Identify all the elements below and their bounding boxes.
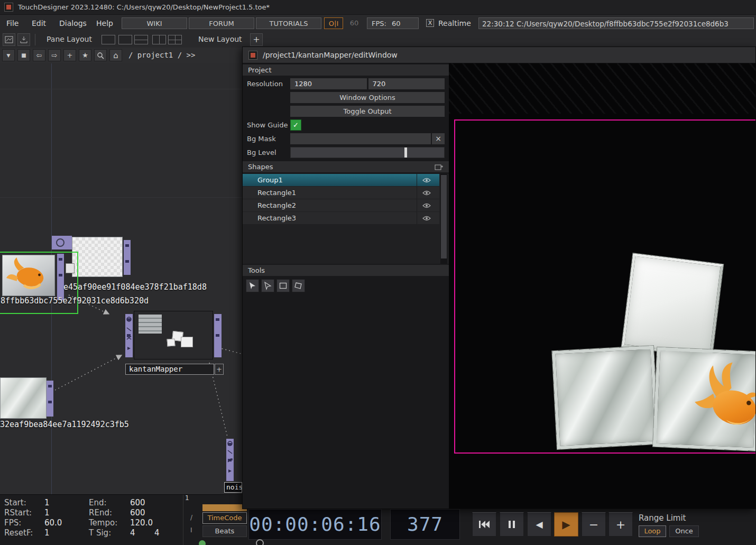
scrollbar-thumb[interactable] xyxy=(441,175,447,258)
mapped-shape-goldfish[interactable] xyxy=(653,347,755,451)
node-name-field[interactable]: kantanMapper xyxy=(125,364,214,375)
tsig-value[interactable]: 4 xyxy=(130,528,135,538)
wiki-button[interactable]: WIKI xyxy=(122,17,187,29)
search-icon[interactable] xyxy=(94,49,107,61)
decrement-frame-button[interactable]: − xyxy=(582,512,606,537)
frame-display[interactable]: 377 xyxy=(390,509,460,540)
tool-rectangle-icon[interactable] xyxy=(276,279,290,292)
resolution-height-field[interactable]: 720 xyxy=(368,78,445,89)
node-noise[interactable]: nois xyxy=(224,438,242,494)
node-connector-rail[interactable] xyxy=(124,240,131,275)
resetf-value[interactable]: 1 xyxy=(44,528,50,538)
range-bar[interactable] xyxy=(202,504,247,511)
toggle-output-button[interactable]: Toggle Output xyxy=(290,106,445,117)
visibility-toggle[interactable] xyxy=(417,199,436,211)
menu-dialogs[interactable]: Dialogs xyxy=(59,17,87,29)
viewer-icon[interactable] xyxy=(3,33,15,46)
shape-row-rectangle2[interactable]: Rectangle2 xyxy=(243,199,439,211)
shape-name: Group1 xyxy=(257,176,283,184)
step-back-button[interactable]: ◀ xyxy=(527,512,551,537)
autosave-path-field[interactable]: 22:30:12 C:/Users/qyw20/Desktop/f8ffbb63… xyxy=(478,17,754,29)
tool-freeform-icon[interactable] xyxy=(292,279,305,292)
shape-row-rectangle3[interactable]: Rectangle3 xyxy=(243,212,439,224)
shape-list-scrollbar[interactable] xyxy=(440,174,447,264)
forum-button[interactable]: FORUM xyxy=(189,17,254,29)
stop-icon[interactable]: ■ xyxy=(17,49,30,61)
increment-frame-button[interactable]: + xyxy=(609,512,633,537)
tempo-value[interactable]: 120.0 xyxy=(130,518,153,528)
visibility-toggle[interactable] xyxy=(417,212,436,224)
tsig-beat-value[interactable]: 4 xyxy=(154,528,160,538)
menu-edit[interactable]: Edit xyxy=(32,17,46,29)
shape-row-rectangle1[interactable]: Rectangle1 xyxy=(243,187,439,199)
rend-value[interactable]: 600 xyxy=(130,508,145,518)
add-shape-icon[interactable] xyxy=(435,163,444,171)
node-label: f8ffbb63dbc755e2f92031ce8d6b320d xyxy=(0,296,149,306)
window-options-button[interactable]: Window Options xyxy=(290,92,445,103)
visibility-toggle[interactable] xyxy=(417,187,436,199)
menu-file[interactable]: File xyxy=(6,17,19,29)
shape-row-group1[interactable]: Group1 xyxy=(243,174,439,186)
edit-window-titlebar[interactable]: /project1/kantanMapper/editWindow xyxy=(243,47,755,63)
node-name-expand-button[interactable]: + xyxy=(215,364,224,375)
bg-mask-row: Bg Mask × xyxy=(247,133,445,144)
mapped-shape-left[interactable] xyxy=(552,346,658,449)
bg-level-label: Bg Level xyxy=(247,149,290,156)
timecode-display[interactable]: 00:00:06:16 xyxy=(248,509,382,540)
node-connector-rail[interactable] xyxy=(57,254,64,300)
node-connector-rail[interactable] xyxy=(226,439,234,481)
slider-handle[interactable] xyxy=(404,147,407,158)
once-button[interactable]: Once xyxy=(669,525,699,537)
realtime-toggle[interactable]: X xyxy=(426,19,434,27)
pause-button[interactable] xyxy=(500,512,524,537)
add-layout-button[interactable]: + xyxy=(250,33,263,46)
pane-preset-vsplit[interactable] xyxy=(152,35,166,44)
node-connector-rail[interactable] xyxy=(214,314,222,357)
resolution-width-field[interactable]: 1280 xyxy=(290,78,367,89)
show-guide-checkbox[interactable]: ✓ xyxy=(290,119,301,131)
tutorials-button[interactable]: TUTORIALS xyxy=(256,17,321,29)
node-connector-rail[interactable] xyxy=(125,314,133,357)
goldfish-image xyxy=(681,359,755,446)
mapped-shape-top[interactable] xyxy=(622,253,723,358)
timecode-mode-button[interactable]: TimeCode xyxy=(202,512,247,524)
bg-level-slider[interactable] xyxy=(290,147,445,158)
save-layout-icon[interactable] xyxy=(17,33,30,46)
bg-mask-field[interactable] xyxy=(290,133,431,144)
clear-bg-mask-button[interactable]: × xyxy=(432,133,445,144)
home-icon[interactable]: ⌂ xyxy=(109,49,122,61)
start-value[interactable]: 1 xyxy=(44,498,50,507)
star-icon[interactable]: ★ xyxy=(79,49,91,61)
forward-icon[interactable]: ⇨ xyxy=(48,49,61,61)
rstart-value[interactable]: 1 xyxy=(44,508,50,518)
loop-button[interactable]: Loop xyxy=(639,525,666,537)
back-icon[interactable]: ⇦ xyxy=(33,49,45,61)
end-value[interactable]: 600 xyxy=(130,498,145,507)
tools-row xyxy=(246,279,449,292)
tool-pointer-outline-icon[interactable] xyxy=(261,279,274,292)
tool-pointer-filled-icon[interactable] xyxy=(246,279,259,292)
fps-value[interactable]: 60.0 xyxy=(44,518,62,528)
pane-preset-grid[interactable] xyxy=(168,35,182,44)
node-glass[interactable] xyxy=(0,376,54,421)
jump-to-start-button[interactable] xyxy=(472,512,496,537)
mapping-canvas[interactable] xyxy=(449,63,755,509)
node-connector-rail[interactable] xyxy=(47,381,53,417)
oi-indicator[interactable]: O|I xyxy=(324,17,343,29)
pane-preset-hsplit[interactable] xyxy=(134,35,148,44)
play-button[interactable]: ▶ xyxy=(554,512,578,537)
network-path[interactable]: / project1 / >> xyxy=(128,51,195,59)
fps-field[interactable]: FPS:60 xyxy=(367,17,419,29)
menu-help[interactable]: Help xyxy=(96,17,113,29)
beats-mode-button[interactable]: Beats xyxy=(202,525,247,537)
node-kantan-mapper[interactable] xyxy=(125,311,224,361)
pane-preset-single-alt[interactable] xyxy=(118,35,132,44)
rewind-icon xyxy=(478,520,490,529)
pane-menu-button[interactable]: ▼ xyxy=(2,49,15,61)
viewer-dot-icon[interactable] xyxy=(56,238,64,247)
node-name-field[interactable]: nois xyxy=(224,482,242,493)
end-label: End: xyxy=(89,498,107,507)
pane-preset-single[interactable] xyxy=(102,35,115,44)
visibility-toggle[interactable] xyxy=(417,174,436,186)
add-bookmark-icon[interactable]: + xyxy=(63,49,76,61)
